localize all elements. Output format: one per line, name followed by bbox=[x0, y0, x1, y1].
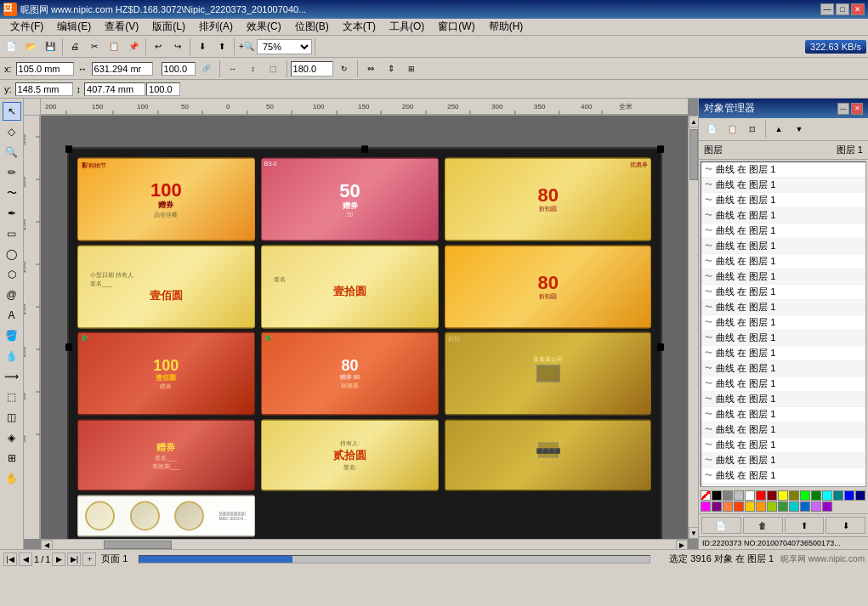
color-swatch-4[interactable] bbox=[756, 490, 766, 501]
scale-w-input[interactable] bbox=[162, 62, 196, 76]
hand-tool[interactable]: ✋ bbox=[3, 469, 21, 488]
color-swatch-5[interactable] bbox=[767, 490, 777, 501]
zoom-select[interactable]: 75% 50% 100% bbox=[257, 39, 312, 54]
rp-bottom-btn2[interactable]: 🗑 bbox=[743, 517, 783, 534]
scroll-v-up[interactable]: ▲ bbox=[689, 116, 698, 127]
bezier-tool[interactable]: 〜 bbox=[3, 184, 21, 202]
obj-row-15[interactable]: 〜曲线 在 图层 1 bbox=[701, 392, 865, 407]
blend-tool[interactable]: ⟿ bbox=[3, 367, 21, 386]
next-page-btn[interactable]: ▶ bbox=[52, 552, 65, 566]
text-tool[interactable]: A bbox=[3, 306, 21, 325]
panel-close[interactable]: ✕ bbox=[851, 103, 863, 115]
menu-arrange[interactable]: 排列(A) bbox=[192, 18, 240, 36]
obj-row-2[interactable]: 〜曲线 在 图层 1 bbox=[701, 193, 865, 208]
color-swatch-10[interactable] bbox=[822, 490, 832, 501]
maximize-button[interactable]: □ bbox=[836, 3, 849, 15]
obj-row-12[interactable]: 〜曲线 在 图层 1 bbox=[701, 346, 865, 361]
color-none[interactable] bbox=[701, 490, 711, 501]
color-swatch-24[interactable] bbox=[811, 501, 821, 512]
rp-btn-up[interactable]: ▲ bbox=[769, 120, 788, 139]
eyedrop-tool[interactable]: 💧 bbox=[3, 347, 21, 365]
obj-row-6[interactable]: 〜曲线 在 图层 1 bbox=[701, 254, 865, 269]
obj-row-14[interactable]: 〜曲线 在 图层 1 bbox=[701, 377, 865, 392]
color-swatch-12[interactable] bbox=[844, 490, 854, 501]
last-page-btn[interactable]: ▶| bbox=[67, 552, 81, 566]
obj-row-4[interactable]: 〜曲线 在 图层 1 bbox=[701, 224, 865, 239]
color-swatch-19[interactable] bbox=[756, 501, 766, 512]
save-button[interactable]: 💾 bbox=[41, 37, 60, 56]
color-swatch-1[interactable] bbox=[723, 490, 733, 501]
import-button[interactable]: ⬇ bbox=[193, 37, 212, 56]
export-button[interactable]: ⬆ bbox=[213, 37, 231, 56]
color-swatch-14[interactable] bbox=[701, 501, 711, 512]
prev-page-btn[interactable]: ◀ bbox=[19, 552, 32, 566]
panel-minimize[interactable]: — bbox=[837, 103, 849, 115]
color-swatch-7[interactable] bbox=[789, 490, 799, 501]
menu-effects[interactable]: 效果(C) bbox=[240, 18, 288, 36]
y-input[interactable] bbox=[15, 82, 73, 96]
obj-row-16[interactable]: 〜曲线 在 图层 1 bbox=[701, 407, 865, 422]
handle-tc[interactable] bbox=[361, 146, 368, 153]
rect-tool[interactable]: ▭ bbox=[3, 224, 21, 243]
color-swatch-6[interactable] bbox=[778, 490, 788, 501]
obj-row-9[interactable]: 〜曲线 在 图层 1 bbox=[701, 300, 865, 315]
scroll-v-thumb[interactable] bbox=[689, 129, 698, 180]
spiral-tool[interactable]: @ bbox=[3, 286, 21, 304]
rp-btn2[interactable]: 📋 bbox=[723, 120, 741, 139]
obj-row-8[interactable]: 〜曲线 在 图层 1 bbox=[701, 285, 865, 300]
menu-tools[interactable]: 工具(O) bbox=[383, 18, 431, 36]
menu-window[interactable]: 窗口(W) bbox=[431, 18, 481, 36]
canvas-area[interactable]: 200 150 100 50 0 50 100 150 200 250 bbox=[24, 99, 698, 549]
handle-ml[interactable] bbox=[65, 344, 72, 351]
scroll-h-thumb[interactable] bbox=[104, 541, 172, 549]
new-button[interactable]: 📄 bbox=[2, 37, 20, 56]
undo-button[interactable]: ↩ bbox=[149, 37, 167, 56]
obj-row-17[interactable]: 〜曲线 在 图层 1 bbox=[701, 422, 865, 438]
color-swatch-15[interactable] bbox=[712, 501, 722, 512]
mirror-h[interactable]: ⇔ bbox=[361, 59, 380, 78]
obj-row-10[interactable]: 〜曲线 在 图层 1 bbox=[701, 315, 865, 331]
x-input[interactable] bbox=[16, 62, 74, 76]
menu-help[interactable]: 帮助(H) bbox=[482, 18, 530, 36]
obj-row-5[interactable]: 〜曲线 在 图层 1 bbox=[701, 239, 865, 254]
contour-tool[interactable]: ◫ bbox=[3, 408, 21, 427]
interactive-fill[interactable]: ◈ bbox=[3, 428, 21, 447]
open-button[interactable]: 📂 bbox=[21, 37, 40, 56]
first-page-btn[interactable]: |◀ bbox=[3, 552, 17, 566]
handle-tr[interactable] bbox=[657, 146, 664, 153]
shape-tool[interactable]: ◇ bbox=[3, 122, 21, 141]
obj-row-1[interactable]: 〜曲线 在 图层 1 bbox=[701, 178, 865, 193]
obj-row-19[interactable]: 〜曲线 在 图层 1 bbox=[701, 453, 865, 468]
color-swatch-0[interactable] bbox=[712, 490, 722, 501]
select-tool[interactable]: ↖ bbox=[3, 102, 21, 121]
fill-tool[interactable]: 🪣 bbox=[3, 326, 21, 345]
extrude-tool[interactable]: ⬚ bbox=[3, 388, 21, 406]
scale-h-input[interactable] bbox=[146, 82, 180, 96]
menu-file[interactable]: 文件(F) bbox=[3, 18, 50, 36]
zoom-in-button[interactable]: +🔍 bbox=[237, 37, 256, 56]
color-swatch-3[interactable] bbox=[745, 490, 755, 501]
h-input[interactable] bbox=[84, 82, 145, 96]
angle-apply[interactable]: ↻ bbox=[335, 59, 354, 78]
scroll-v-down[interactable]: ▼ bbox=[689, 527, 698, 539]
paste-button[interactable]: 📌 bbox=[124, 37, 143, 56]
color-swatch-18[interactable] bbox=[745, 501, 755, 512]
menu-text[interactable]: 文本(T) bbox=[336, 18, 383, 36]
scrollbar-vertical[interactable]: ▲ ▼ bbox=[688, 116, 698, 539]
minimize-button[interactable]: — bbox=[820, 3, 834, 15]
w-input[interactable] bbox=[92, 62, 153, 76]
scroll-h-right[interactable]: ▶ bbox=[676, 540, 688, 549]
scroll-h-left[interactable]: ◀ bbox=[41, 540, 53, 549]
color-swatch-8[interactable] bbox=[800, 490, 810, 501]
obj-row-18[interactable]: 〜曲线 在 图层 1 bbox=[701, 438, 865, 453]
object-list[interactable]: 〜曲线 在 图层 1〜曲线 在 图层 1〜曲线 在 图层 1〜曲线 在 图层 1… bbox=[701, 161, 866, 487]
add-page-btn[interactable]: + bbox=[82, 552, 96, 566]
print-button[interactable]: 🖨 bbox=[65, 37, 84, 56]
color-swatch-11[interactable] bbox=[833, 490, 843, 501]
menu-bitmap[interactable]: 位图(B) bbox=[288, 18, 336, 36]
cut-button[interactable]: ✂ bbox=[85, 37, 104, 56]
menu-edit[interactable]: 编辑(E) bbox=[50, 18, 98, 36]
obj-row-11[interactable]: 〜曲线 在 图层 1 bbox=[701, 331, 865, 346]
obj-row-7[interactable]: 〜曲线 在 图层 1 bbox=[701, 269, 865, 285]
color-swatch-23[interactable] bbox=[800, 501, 810, 512]
